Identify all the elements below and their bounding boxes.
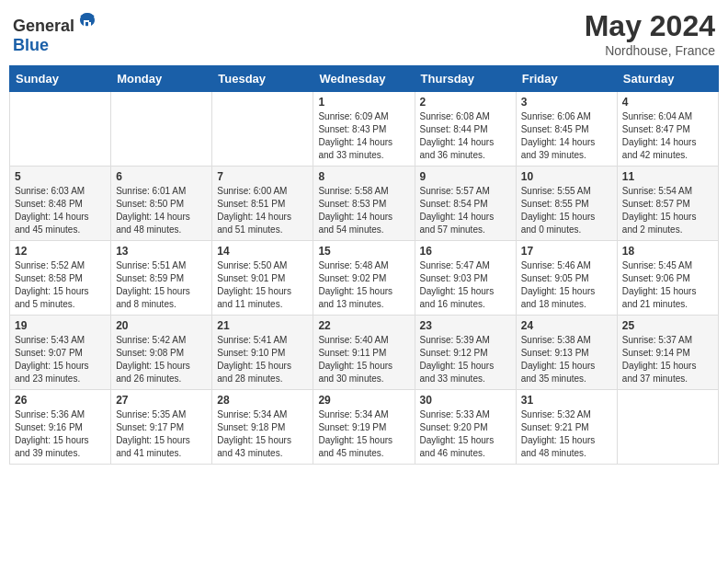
day-number: 26 [15,394,106,407]
day-number: 22 [318,319,409,332]
day-content: Sunrise: 5:52 AM Sunset: 8:58 PM Dayligh… [15,259,106,311]
day-content: Sunrise: 5:38 AM Sunset: 9:13 PM Dayligh… [521,334,612,385]
day-number: 24 [521,319,612,332]
calendar-cell: 18Sunrise: 5:45 AM Sunset: 9:06 PM Dayli… [617,241,718,316]
day-content: Sunrise: 5:45 AM Sunset: 9:06 PM Dayligh… [622,259,713,311]
day-number: 13 [116,245,207,258]
day-content: Sunrise: 5:33 AM Sunset: 9:20 PM Dayligh… [420,408,511,460]
day-number: 20 [116,319,207,332]
day-content: Sunrise: 5:40 AM Sunset: 9:11 PM Dayligh… [318,334,409,385]
calendar-cell [111,92,212,167]
day-content: Sunrise: 6:08 AM Sunset: 8:44 PM Dayligh… [420,110,511,162]
day-content: Sunrise: 5:41 AM Sunset: 9:10 PM Dayligh… [217,334,308,385]
calendar-cell: 30Sunrise: 5:33 AM Sunset: 9:20 PM Dayli… [415,390,516,465]
day-number: 3 [521,96,612,109]
calendar-cell: 21Sunrise: 5:41 AM Sunset: 9:10 PM Dayli… [212,316,313,390]
day-content: Sunrise: 5:32 AM Sunset: 9:21 PM Dayligh… [521,408,612,460]
day-number: 17 [521,245,612,258]
calendar-cell: 31Sunrise: 5:32 AM Sunset: 9:21 PM Dayli… [516,390,617,465]
day-number: 8 [318,170,409,183]
calendar-header-saturday: Saturday [617,66,718,92]
calendar-cell: 4Sunrise: 6:04 AM Sunset: 8:47 PM Daylig… [617,92,718,167]
day-number: 16 [420,245,511,258]
day-content: Sunrise: 5:42 AM Sunset: 9:08 PM Dayligh… [116,334,207,385]
calendar-cell: 29Sunrise: 5:34 AM Sunset: 9:19 PM Dayli… [313,390,415,465]
day-content: Sunrise: 5:51 AM Sunset: 8:59 PM Dayligh… [116,259,207,311]
calendar-header: SundayMondayTuesdayWednesdayThursdayFrid… [10,66,719,92]
day-number: 15 [318,245,409,258]
day-number: 30 [420,394,511,407]
day-number: 19 [15,319,106,332]
day-number: 28 [217,394,308,407]
calendar-cell: 6Sunrise: 6:01 AM Sunset: 8:50 PM Daylig… [111,167,212,241]
day-content: Sunrise: 6:09 AM Sunset: 8:43 PM Dayligh… [318,110,409,162]
calendar-header-wednesday: Wednesday [313,66,415,92]
logo: General Blue [13,9,98,55]
calendar-cell: 23Sunrise: 5:39 AM Sunset: 9:12 PM Dayli… [415,316,516,390]
calendar-week-4: 19Sunrise: 5:43 AM Sunset: 9:07 PM Dayli… [10,316,719,390]
logo-general: General [13,17,74,35]
day-content: Sunrise: 5:57 AM Sunset: 8:54 PM Dayligh… [420,185,511,236]
calendar-week-3: 12Sunrise: 5:52 AM Sunset: 8:58 PM Dayli… [10,241,719,316]
calendar-cell: 3Sunrise: 6:06 AM Sunset: 8:45 PM Daylig… [516,92,617,167]
day-content: Sunrise: 5:54 AM Sunset: 8:57 PM Dayligh… [622,185,713,236]
title-block: May 2024 Nordhouse, France [585,9,715,58]
location-subtitle: Nordhouse, France [585,43,715,58]
day-number: 9 [420,170,511,183]
day-content: Sunrise: 5:37 AM Sunset: 9:14 PM Dayligh… [622,334,713,385]
calendar-cell: 8Sunrise: 5:58 AM Sunset: 8:53 PM Daylig… [313,167,415,241]
logo-icon [76,9,98,31]
day-number: 7 [217,170,308,183]
calendar-cell: 14Sunrise: 5:50 AM Sunset: 9:01 PM Dayli… [212,241,313,316]
day-number: 18 [622,245,713,258]
day-number: 6 [116,170,207,183]
day-number: 1 [318,96,409,109]
day-content: Sunrise: 5:48 AM Sunset: 9:02 PM Dayligh… [318,259,409,311]
day-number: 4 [622,96,713,109]
calendar-cell: 22Sunrise: 5:40 AM Sunset: 9:11 PM Dayli… [313,316,415,390]
day-number: 11 [622,170,713,183]
day-number: 23 [420,319,511,332]
calendar-cell: 12Sunrise: 5:52 AM Sunset: 8:58 PM Dayli… [10,241,111,316]
calendar-cell: 16Sunrise: 5:47 AM Sunset: 9:03 PM Dayli… [415,241,516,316]
day-content: Sunrise: 5:34 AM Sunset: 9:19 PM Dayligh… [318,408,409,460]
calendar-cell [212,92,313,167]
day-content: Sunrise: 5:55 AM Sunset: 8:55 PM Dayligh… [521,185,612,236]
day-content: Sunrise: 5:50 AM Sunset: 9:01 PM Dayligh… [217,259,308,311]
calendar-cell: 1Sunrise: 6:09 AM Sunset: 8:43 PM Daylig… [313,92,415,167]
calendar-week-2: 5Sunrise: 6:03 AM Sunset: 8:48 PM Daylig… [10,167,719,241]
calendar-header-tuesday: Tuesday [212,66,313,92]
day-content: Sunrise: 5:34 AM Sunset: 9:18 PM Dayligh… [217,408,308,460]
day-number: 5 [15,170,106,183]
day-content: Sunrise: 6:01 AM Sunset: 8:50 PM Dayligh… [116,185,207,236]
day-content: Sunrise: 5:58 AM Sunset: 8:53 PM Dayligh… [318,185,409,236]
logo-text: General Blue [13,9,98,55]
day-content: Sunrise: 5:39 AM Sunset: 9:12 PM Dayligh… [420,334,511,385]
calendar-cell: 5Sunrise: 6:03 AM Sunset: 8:48 PM Daylig… [10,167,111,241]
calendar-cell: 19Sunrise: 5:43 AM Sunset: 9:07 PM Dayli… [10,316,111,390]
calendar-cell: 20Sunrise: 5:42 AM Sunset: 9:08 PM Dayli… [111,316,212,390]
logo-blue: Blue [13,36,49,54]
calendar-header-thursday: Thursday [415,66,516,92]
calendar-header-friday: Friday [516,66,617,92]
calendar-cell: 25Sunrise: 5:37 AM Sunset: 9:14 PM Dayli… [617,316,718,390]
calendar-cell: 7Sunrise: 6:00 AM Sunset: 8:51 PM Daylig… [212,167,313,241]
day-number: 2 [420,96,511,109]
day-number: 10 [521,170,612,183]
calendar-cell: 15Sunrise: 5:48 AM Sunset: 9:02 PM Dayli… [313,241,415,316]
calendar-header-sunday: Sunday [10,66,111,92]
calendar-cell: 13Sunrise: 5:51 AM Sunset: 8:59 PM Dayli… [111,241,212,316]
calendar-header-monday: Monday [111,66,212,92]
day-number: 29 [318,394,409,407]
day-number: 14 [217,245,308,258]
calendar-cell [10,92,111,167]
calendar-cell: 26Sunrise: 5:36 AM Sunset: 9:16 PM Dayli… [10,390,111,465]
calendar-cell: 2Sunrise: 6:08 AM Sunset: 8:44 PM Daylig… [415,92,516,167]
calendar-cell: 17Sunrise: 5:46 AM Sunset: 9:05 PM Dayli… [516,241,617,316]
day-content: Sunrise: 6:00 AM Sunset: 8:51 PM Dayligh… [217,185,308,236]
day-content: Sunrise: 6:06 AM Sunset: 8:45 PM Dayligh… [521,110,612,162]
day-content: Sunrise: 5:36 AM Sunset: 9:16 PM Dayligh… [15,408,106,460]
day-number: 31 [521,394,612,407]
calendar-cell: 9Sunrise: 5:57 AM Sunset: 8:54 PM Daylig… [415,167,516,241]
page-header: General Blue May 2024 Nordhouse, France [9,9,719,58]
